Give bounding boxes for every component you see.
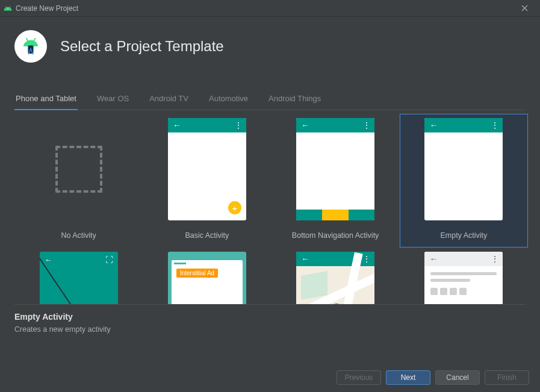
template-basic-activity[interactable]: ←⋮ + Basic Activity: [143, 114, 271, 247]
device-category-tabs: Phone and Tablet Wear OS Android TV Auto…: [14, 94, 526, 110]
template-label: Basic Activity: [185, 231, 229, 241]
template-empty-activity[interactable]: ←⋮ Empty Activity: [400, 114, 528, 247]
overflow-icon: ⋮: [362, 254, 370, 264]
template-bottom-navigation-activity[interactable]: ←⋮ Bottom Navigation Activity: [272, 114, 400, 247]
fullscreen-icon: ⛶: [105, 255, 113, 264]
thumb-basic-activity: ←⋮ +: [168, 118, 246, 220]
thumb-fullscreen: ← ⛶: [40, 252, 118, 304]
template-gallery[interactable]: No Activity ←⋮ + Basic Activity ←⋮ Botto…: [14, 110, 533, 304]
titlebar: Create New Project: [0, 0, 540, 17]
thumb-bottom-navigation: ←⋮: [296, 118, 374, 220]
overflow-icon: ⋮: [234, 120, 241, 130]
fab-icon: +: [228, 201, 241, 214]
template-no-activity[interactable]: No Activity: [14, 114, 143, 247]
ad-badge: Interstitial Ad: [176, 269, 218, 278]
wizard-header: Select a Project Template: [0, 17, 540, 75]
tab-android-things[interactable]: Android Things: [267, 94, 322, 110]
thumb-admob: Interstitial Ad: [168, 252, 246, 304]
next-button[interactable]: Next: [386, 370, 430, 385]
finish-button: Finish: [485, 370, 529, 385]
template-label: Empty Activity: [440, 231, 487, 241]
previous-button: Previous: [337, 370, 381, 385]
overflow-icon: ⋮: [362, 120, 370, 130]
template-fullscreen-activity[interactable]: ← ⛶: [14, 247, 143, 304]
back-arrow-icon: ←: [301, 254, 309, 264]
thumb-no-activity: [40, 118, 118, 220]
overflow-icon: ⋮: [491, 254, 498, 264]
template-label: Bottom Navigation Activity: [292, 231, 379, 241]
overflow-icon: ⋮: [491, 120, 498, 130]
template-label: No Activity: [61, 231, 96, 241]
tab-phone-and-tablet[interactable]: Phone and Tablet: [14, 94, 78, 110]
tab-wear-os[interactable]: Wear OS: [96, 94, 130, 110]
thumb-empty-activity: ←⋮: [424, 118, 503, 220]
template-master-detail-flow[interactable]: ←⋮: [400, 247, 528, 304]
description-title: Empty Activity: [14, 312, 526, 322]
dashed-placeholder-icon: [55, 146, 102, 193]
back-arrow-icon: ←: [429, 254, 438, 264]
titlebar-title: Create New Project: [16, 4, 78, 13]
back-arrow-icon: ←: [173, 120, 181, 130]
map-pin-icon: [331, 303, 342, 304]
description-text: Creates a new empty activity: [14, 325, 526, 334]
back-arrow-icon: ←: [301, 120, 309, 130]
close-button[interactable]: [512, 0, 536, 17]
cancel-button[interactable]: Cancel: [435, 370, 480, 385]
back-arrow-icon: ←: [45, 255, 52, 264]
android-logo-icon: [4, 4, 12, 13]
template-google-maps-activity[interactable]: ←⋮: [272, 247, 400, 304]
thumb-maps: ←⋮: [296, 252, 374, 304]
back-arrow-icon: ←: [429, 120, 438, 130]
template-admob-ads-activity[interactable]: Interstitial Ad: [143, 247, 271, 304]
thumb-master-detail: ←⋮: [424, 252, 503, 304]
page-title: Select a Project Template: [60, 38, 224, 55]
wizard-footer: Previous Next Cancel Finish: [337, 370, 529, 385]
tab-automotive[interactable]: Automotive: [208, 94, 249, 110]
template-description: Empty Activity Creates a new empty activ…: [14, 304, 526, 334]
tab-android-tv[interactable]: Android TV: [148, 94, 190, 110]
android-studio-icon: [14, 30, 47, 63]
